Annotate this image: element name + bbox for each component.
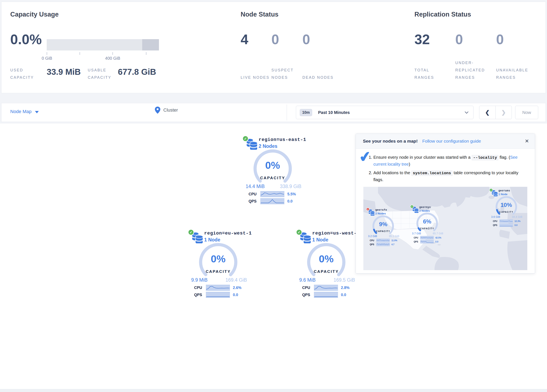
ok-badge: ✓ (489, 188, 493, 192)
axis-tick (146, 52, 146, 55)
capacity-word: CAPACITY (495, 211, 518, 213)
cpu-value: 12.3% (514, 220, 521, 222)
qps-metric: QPS 0.0 (302, 292, 346, 298)
axis-tick (112, 52, 113, 55)
used-capacity-value: 33.9 MiB (47, 67, 81, 77)
dead-nodes-value: 0 (302, 33, 310, 46)
chevron-down-icon (465, 111, 469, 114)
node-locality: region=us-west-1 (312, 231, 360, 236)
qps-sparkline (314, 292, 338, 298)
axis-tick (80, 52, 80, 55)
under-replicated-label: UNDER-REPLICATED RANGES (455, 59, 492, 81)
breadcrumb-cluster[interactable]: Cluster (155, 107, 178, 114)
close-icon[interactable]: ✕ (525, 138, 529, 144)
capacity-usage-pct: 0.0% (10, 33, 42, 46)
unavailable-value: 0 (496, 33, 504, 46)
time-next-button[interactable]: ❯ (495, 106, 512, 119)
location-pin-icon (155, 107, 160, 114)
capacity-percent: 10% (495, 202, 518, 208)
qps-sparkline (206, 292, 230, 298)
capacity-percent: 6% (416, 218, 439, 225)
cpu-sparkline (499, 220, 513, 223)
dead-nodes-label: DEAD NODES (302, 74, 334, 81)
capacity-used: 9.6 MiB (299, 277, 316, 283)
inline-code: --locality (472, 155, 499, 160)
qps-value: 0.0 (341, 293, 346, 297)
axis-tick-label: 0 GiB (42, 56, 52, 61)
node-card-region=us-west-1[interactable]: ✓ region=us-west-1 1 Node 0% CAPACITY 9.… (294, 228, 359, 299)
qps-label: QPS (370, 243, 376, 246)
node-card-geo=ams[interactable]: ✓ geo=ams 1 Node 10% CAPACITY 3.6 GiB 34… (488, 188, 525, 227)
footer-strip (0, 389, 547, 392)
capacity-word: CAPACITY (371, 230, 395, 233)
node-map-canvas: ✓ region=us-east-1 2 Nodes 0% CAPACITY 1… (0, 124, 547, 389)
node-locality: region=us-east-1 (259, 137, 306, 142)
view-selector[interactable]: Node Map (10, 109, 39, 114)
qps-value: 0.0 (233, 293, 238, 297)
cpu-label: CPU (194, 286, 206, 290)
capacity-used: 14.4 MiB (246, 184, 265, 189)
cpu-value: 42.5% (435, 236, 441, 239)
cpu-label: CPU (249, 192, 260, 196)
cluster-summary-bar: Capacity Usage 0.0% 0 GiB 400 GiB USED C… (1, 2, 546, 93)
capacity-percent: 0% (305, 253, 347, 265)
capacity-gauge: 10% CAPACITY (495, 195, 518, 219)
capacity-percent: 9% (371, 221, 395, 227)
step-text: ) (409, 162, 410, 166)
qps-label: QPS (414, 241, 420, 243)
cpu-metric: CPU 42.5% (414, 236, 441, 239)
capacity-bar-reserved (142, 39, 159, 50)
capacity-total: 169.5 GiB (334, 277, 355, 283)
cpu-metric: CPU 11.0% (370, 239, 397, 242)
node-status-title: Node Status (241, 11, 279, 18)
qps-label: QPS (302, 293, 314, 297)
caret-down-icon (35, 111, 39, 113)
node-card-region=eu-west-1[interactable]: ✓ region=eu-west-1 1 Node 0% CAPACITY 9.… (186, 228, 251, 299)
qps-metric: QPS 0.0 (414, 240, 438, 243)
qps-metric: QPS 0.0 (249, 198, 293, 204)
popup-title: See your nodes on a map! (363, 139, 417, 144)
time-prev-button[interactable]: ❮ (479, 106, 495, 119)
qps-value: 0.0 (514, 224, 518, 226)
node-locality: region=eu-west-1 (204, 231, 252, 236)
axis-tick (47, 52, 47, 55)
node-card-geo=sfo[interactable]: 1 geo=sfo 2 Nodes 9% CAPACITY 3.2 GiB 35… (365, 207, 402, 247)
step-text: flag. ( (499, 155, 510, 159)
node-locality: geo=sfo (375, 209, 387, 212)
capacity-usage-title: Capacity Usage (10, 11, 59, 18)
cpu-label: CPU (302, 286, 314, 290)
popup-header: See your nodes on a map! Follow our conf… (356, 134, 535, 149)
cpu-value: 11.0% (391, 239, 397, 242)
node-locality: geo=nyc (419, 206, 431, 209)
capacity-used: 3.6 GiB (491, 215, 500, 218)
node-card-region=us-east-1[interactable]: ✓ region=us-east-1 2 Nodes 0% CAPACITY 1… (240, 134, 305, 206)
now-button[interactable]: Now (515, 106, 538, 119)
capacity-values: 3.6 GiB 34.4 GiB (491, 215, 522, 218)
geo-nodes-layer: 1 geo=sfo 2 Nodes 9% CAPACITY 3.2 GiB 35… (363, 187, 527, 270)
cpu-value: 5.5% (287, 192, 296, 196)
capacity-word: CAPACITY (416, 227, 439, 230)
qps-metric: QPS 0.0 (493, 223, 518, 227)
configuration-guide-link[interactable]: Follow our configuration guide (422, 139, 481, 144)
live-nodes-label: LIVE NODES (241, 74, 272, 81)
usable-capacity-value: 677.8 GiB (118, 67, 156, 77)
suspect-nodes-label: SUSPECT NODES (271, 67, 303, 81)
cpu-label: CPU (414, 236, 420, 239)
usable-capacity-label: USABLE CAPACITY (88, 67, 119, 81)
capacity-percent: 0% (252, 159, 294, 171)
capacity-gauge: 6% CAPACITY (416, 212, 439, 235)
qps-sparkline (420, 240, 434, 243)
total-ranges-value: 32 (414, 33, 430, 46)
cpu-metric: CPU 2.8% (302, 285, 349, 291)
node-card-geo=nyc[interactable]: ✓ geo=nyc 2 Nodes 6% CAPACITY 3.7 GiB 65… (409, 204, 445, 244)
capacity-gauge: 0% CAPACITY (305, 241, 347, 283)
setup-step: Add locations to the system.locations ta… (373, 170, 529, 183)
qps-sparkline (499, 223, 513, 227)
cpu-sparkline (376, 239, 390, 242)
capacity-word: CAPACITY (252, 176, 294, 180)
time-range-dropdown[interactable]: 10m Past 10 Minutes (296, 106, 473, 119)
step-text: Add locations to the (373, 171, 411, 175)
capacity-gauge: 0% CAPACITY (197, 241, 239, 283)
live-nodes-value: 4 (241, 33, 248, 46)
cpu-value: 2.6% (233, 286, 241, 290)
